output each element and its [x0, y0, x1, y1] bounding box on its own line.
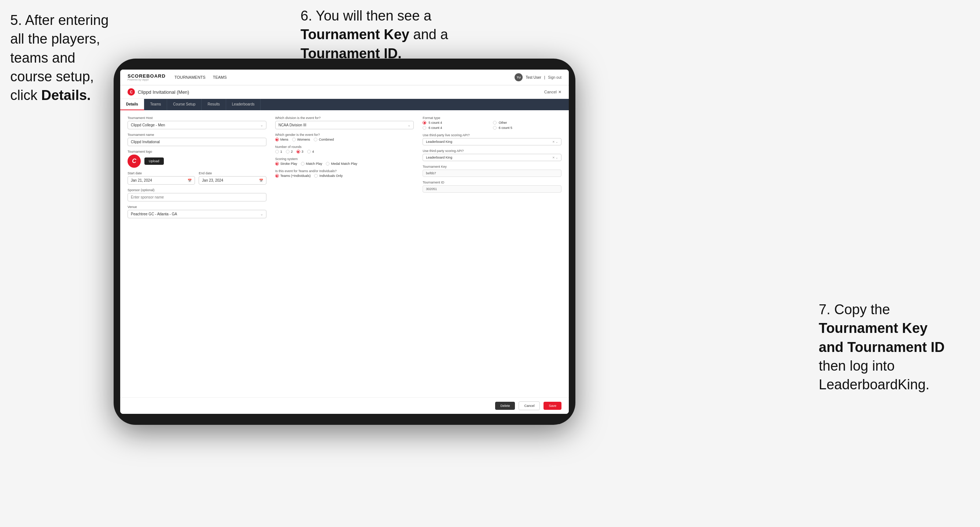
teams-radio-group: Teams (+Individuals) Individuals Only [275, 174, 414, 178]
calendar-icon: 📅 [188, 179, 192, 183]
tab-course-setup[interactable]: Course Setup [167, 99, 202, 110]
gender-womens[interactable]: Womens [292, 138, 310, 141]
gender-combined-radio[interactable] [314, 138, 317, 141]
bottom-bar: Delete Cancel Save [120, 397, 569, 414]
main-content: Tournament Host Clippd College - Men Tou… [120, 110, 569, 397]
tournament-id-field: Tournament ID 302051 [423, 181, 562, 193]
page-title: Clippd Invitational (Men) [138, 89, 189, 95]
nav-right: TU Test User | Sign out [515, 73, 562, 81]
format-options: 5 count 4 Other 6 count 4 [423, 121, 562, 130]
scoring-match-radio[interactable] [301, 162, 305, 165]
tournament-logo-field: Tournament logo C Upload [127, 150, 266, 168]
tournament-key-field: Tournament Key bef6b7 [423, 165, 562, 177]
format-6count5[interactable]: 6 count 5 [493, 126, 562, 130]
form-col-2: Which division is the event for? NCAA Di… [275, 116, 414, 218]
brand-sub: Powered by clippd [127, 78, 165, 81]
teams-plus-individuals[interactable]: Teams (+Individuals) [275, 174, 311, 178]
rounds-4[interactable]: 4 [307, 150, 314, 154]
form-col-1: Tournament Host Clippd College - Men Tou… [127, 116, 266, 218]
tournament-icon: C [127, 88, 135, 95]
rounds-2-radio[interactable] [286, 150, 290, 154]
scoring-stroke-radio[interactable] [275, 162, 279, 165]
format-6count4-radio[interactable] [423, 126, 426, 130]
venue-field: Venue Peachtree GC - Atlanta - GA [127, 205, 266, 218]
format-5count4-radio[interactable] [423, 121, 426, 124]
format-5count4[interactable]: 5 count 4 [423, 121, 491, 124]
gender-womens-radio[interactable] [292, 138, 296, 141]
end-date-input[interactable]: Jan 23, 2024 📅 [199, 176, 266, 184]
rounds-4-radio[interactable] [307, 150, 311, 154]
format-other[interactable]: Other [493, 121, 562, 124]
division-field: Which division is the event for? NCAA Di… [275, 116, 414, 129]
calendar-end-icon: 📅 [259, 179, 263, 183]
date-row: Start date Jan 21, 2024 📅 End date Jan 2… [127, 171, 266, 184]
tab-teams[interactable]: Teams [145, 99, 167, 110]
api2-input[interactable]: Leaderboard King ✕ ⌄ [423, 154, 562, 161]
individuals-only-radio[interactable] [314, 174, 318, 178]
tournament-host-field: Tournament Host Clippd College - Men [127, 116, 266, 129]
api2-clear-button[interactable]: ✕ ⌄ [552, 156, 558, 159]
rounds-3[interactable]: 3 [296, 150, 304, 154]
upload-button[interactable]: Upload [145, 157, 164, 165]
format-6count4[interactable]: 6 count 4 [423, 126, 491, 130]
rounds-3-radio[interactable] [296, 150, 300, 154]
logo-area: C Upload [127, 154, 266, 168]
delete-button[interactable]: Delete [495, 402, 515, 410]
start-date-field: Start date Jan 21, 2024 📅 [127, 171, 195, 184]
sponsor-input[interactable] [127, 193, 266, 202]
tournament-host-input[interactable]: Clippd College - Men [127, 121, 266, 129]
tab-bar: Details Teams Course Setup Results Leade… [120, 99, 569, 110]
division-input[interactable]: NCAA Division III [275, 121, 414, 129]
format-other-radio[interactable] [493, 121, 496, 124]
form-col-3: Format type 5 count 4 Other [423, 116, 562, 218]
rounds-2[interactable]: 2 [286, 150, 293, 154]
tablet-shell: SCOREBOARD Powered by clippd TOURNAMENTS… [114, 59, 575, 425]
tablet-screen: SCOREBOARD Powered by clippd TOURNAMENTS… [120, 70, 569, 414]
close-icon: ✕ [558, 90, 562, 94]
nav-links: TOURNAMENTS TEAMS [175, 75, 227, 79]
individuals-only[interactable]: Individuals Only [314, 174, 343, 178]
sign-out-link[interactable]: Sign out [548, 75, 562, 79]
api1-clear-button[interactable]: ✕ ⌄ [552, 140, 558, 144]
gender-combined[interactable]: Combined [314, 138, 334, 141]
tournament-id-value: 302051 [423, 185, 562, 193]
nav-tournaments[interactable]: TOURNAMENTS [175, 75, 205, 79]
logo-circle: C [127, 154, 141, 168]
annotation-top-right: 6. You will then see a Tournament Key an… [301, 6, 520, 63]
nav-teams[interactable]: TEAMS [213, 75, 227, 79]
teams-plus-radio[interactable] [275, 174, 279, 178]
annotation-bottom-right: 7. Copy the Tournament Key and Tournamen… [819, 300, 973, 394]
format-6count5-radio[interactable] [493, 126, 496, 130]
annotation-left: 5. After entering all the players, teams… [10, 11, 113, 105]
brand-logo: SCOREBOARD Powered by clippd [127, 74, 165, 81]
start-date-input[interactable]: Jan 21, 2024 📅 [127, 176, 195, 184]
user-avatar: TU [515, 73, 523, 81]
page-title-row: C Clippd Invitational (Men) [127, 88, 189, 95]
tab-leaderboards[interactable]: Leaderboards [226, 99, 261, 110]
gender-mens[interactable]: Mens [275, 138, 288, 141]
cancel-button[interactable]: Cancel [519, 402, 540, 410]
rounds-radio-group: 1 2 3 4 [275, 150, 414, 154]
scoring-match[interactable]: Match Play [301, 162, 323, 165]
scoring-stroke[interactable]: Stroke Play [275, 162, 297, 165]
brand-name: SCOREBOARD [127, 74, 165, 78]
gender-radio-group: Mens Womens Combined [275, 138, 414, 141]
teams-field: Is this event for Teams and/or Individua… [275, 169, 414, 178]
tab-details[interactable]: Details [120, 99, 145, 110]
gender-mens-radio[interactable] [275, 138, 279, 141]
save-button[interactable]: Save [544, 402, 562, 410]
api1-input[interactable]: Leaderboard King ✕ ⌄ [423, 138, 562, 145]
tab-results[interactable]: Results [202, 99, 226, 110]
venue-input[interactable]: Peachtree GC - Atlanta - GA [127, 210, 266, 218]
cancel-header-button[interactable]: Cancel ✕ [544, 90, 562, 94]
scoring-medal[interactable]: Medal Match Play [326, 162, 357, 165]
scoring-medal-radio[interactable] [326, 162, 329, 165]
rounds-1[interactable]: 1 [275, 150, 282, 154]
scoring-radio-group: Stroke Play Match Play Medal Match Play [275, 162, 414, 165]
tournament-name-input[interactable]: Clippd Invitational [127, 138, 266, 146]
rounds-1-radio[interactable] [275, 150, 279, 154]
rounds-field: Number of rounds 1 2 [275, 145, 414, 154]
api1-field: Use third-party live scoring API? Leader… [423, 133, 562, 145]
user-name: Test User [525, 75, 541, 79]
scoring-field: Scoring system Stroke Play Match Play [275, 157, 414, 165]
